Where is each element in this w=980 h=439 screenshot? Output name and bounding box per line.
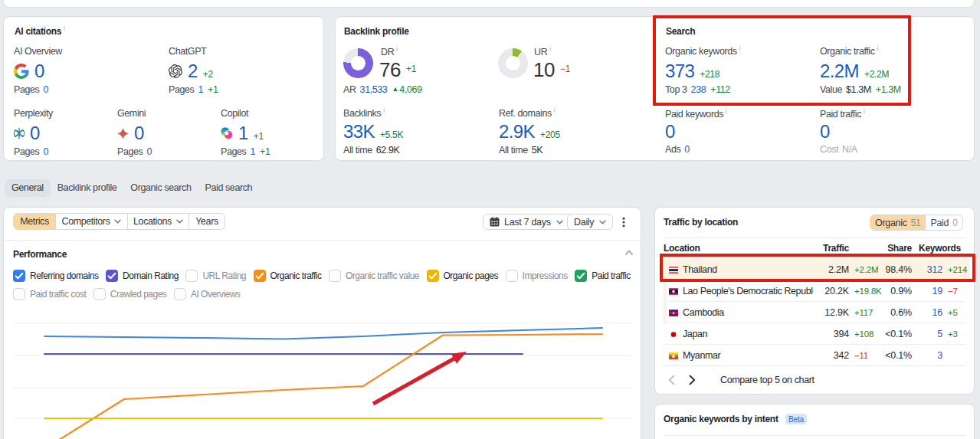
change-badge: +1 — [406, 64, 416, 82]
metric-subrow: Pages1+1 — [221, 147, 270, 157]
date-range-label: Last 7 days — [504, 217, 551, 228]
metric-subrow: Ads0 — [665, 145, 727, 155]
segment-label: Locations — [133, 216, 172, 227]
metric-checkbox-domain-rating[interactable]: Domain Rating — [106, 270, 179, 282]
performance-title: Performance — [13, 249, 67, 260]
metric-checkbox-impressions[interactable]: Impressions — [506, 270, 568, 282]
pages-label: Pages — [169, 84, 194, 95]
pages-label: Pages — [221, 146, 246, 157]
traffic-value: 394 — [834, 323, 849, 345]
location-row-laos[interactable]: Lao People's Democratic Republ20.2K+19.8… — [659, 280, 970, 302]
metric-checkbox-paid-traffic-cost[interactable]: Paid traffic cost — [13, 288, 86, 300]
tab-paid-search[interactable]: Paid search — [198, 179, 260, 197]
checked-checkbox-icon — [575, 270, 587, 282]
ur-value: 10 — [533, 58, 555, 82]
more-options-button[interactable] — [618, 216, 629, 228]
segment-metrics[interactable]: Metrics — [14, 214, 56, 229]
segment-competitors[interactable]: Competitors — [56, 214, 128, 229]
copilot-icon — [221, 127, 233, 139]
metric-subrow: Pages0 — [14, 147, 53, 157]
checked-checkbox-icon — [13, 270, 25, 282]
column-header-keywords[interactable]: Keywords — [919, 243, 961, 254]
backlinks-value[interactable]: 33K — [343, 121, 375, 143]
keywords-count[interactable]: 5 — [937, 323, 942, 345]
toggle-organic[interactable]: Organic51 — [870, 215, 925, 230]
submetric-label: All time — [499, 145, 528, 156]
pages-label: Pages — [117, 146, 143, 157]
unchecked-checkbox-icon — [329, 270, 341, 282]
traffic-by-location-title: Traffic by location — [664, 217, 738, 228]
checked-checkbox-icon — [254, 270, 266, 282]
gemini-value: 0 — [134, 123, 144, 144]
metric-checkbox-paid-traffic[interactable]: Paid traffic — [575, 270, 630, 282]
metric-checkbox-organic-traffic-value[interactable]: Organic traffic value — [329, 270, 419, 282]
ref-domains-value[interactable]: 2.9K — [499, 121, 535, 143]
unchecked-checkbox-icon — [93, 288, 106, 300]
ur-label-text: UR — [534, 47, 547, 57]
tab-organic-search[interactable]: Organic search — [123, 179, 198, 197]
metric-checkbox-label: Crawled pages — [110, 289, 167, 300]
location-name: Japan — [683, 323, 836, 345]
metric-checkbox-ai-overviews[interactable]: AI Overviews — [174, 288, 241, 300]
pages-value[interactable]: 0 — [43, 84, 48, 95]
metric-checkbox-organic-pages[interactable]: Organic pages — [427, 270, 499, 282]
next-page-button[interactable] — [689, 375, 696, 385]
chevron-right-icon — [689, 375, 696, 385]
pages-value[interactable]: 0 — [146, 146, 152, 157]
location-row-cambodia[interactable]: Cambodia12.9K+1170.6%16+5 — [659, 302, 970, 323]
metric-perplexity: Perplexity 0 Pages0 — [14, 109, 53, 157]
metric-value-row: 2 +2 — [169, 62, 218, 80]
perplexity-icon — [14, 127, 25, 139]
metric-checkbox-organic-traffic[interactable]: Organic traffic — [254, 270, 322, 282]
submetric-value[interactable]: 0 — [684, 144, 690, 155]
pages-value[interactable]: 1 — [198, 84, 203, 95]
column-header-share[interactable]: Share — [887, 243, 912, 254]
segment-years[interactable]: Years — [189, 214, 225, 229]
metric-gemini: Gemini 0 Pages0 — [117, 109, 152, 157]
metric-checkbox-label: Paid traffic — [592, 270, 630, 281]
location-row-japan[interactable]: Japan394+108<0.1%5+3 — [659, 323, 970, 345]
gemini-icon — [117, 128, 129, 139]
metric-checkbox-label: Organic traffic value — [346, 270, 419, 281]
location-row-myanmar[interactable]: Myanmar342−11<0.1%3 — [659, 345, 970, 366]
compare-top5-link[interactable]: Compare top 5 on chart — [720, 375, 814, 385]
submetric-label: Ads — [665, 144, 680, 155]
up-triangle-icon: ▲ — [392, 85, 398, 93]
column-header-traffic[interactable]: Traffic — [823, 243, 849, 254]
pages-change: +1 — [260, 146, 270, 157]
previous-page-button[interactable] — [668, 375, 675, 385]
unchecked-checkbox-icon — [185, 270, 198, 282]
tab-backlink-profile[interactable]: Backlink profile — [51, 179, 124, 197]
share-value: 0.9% — [890, 280, 912, 302]
keywords-count[interactable]: 19 — [932, 280, 942, 302]
tab-general[interactable]: General — [5, 179, 51, 197]
metric-checkbox-crawled-pages[interactable]: Crawled pages — [93, 288, 167, 300]
share-value: <0.1% — [885, 323, 912, 345]
column-header-location[interactable]: Location — [664, 243, 700, 254]
metric-value-row: 0 — [820, 123, 865, 141]
performance-line-chart[interactable] — [3, 303, 641, 439]
granularity-button[interactable]: Daily — [567, 214, 613, 230]
keywords-count[interactable]: 3 — [937, 345, 942, 366]
keywords-count[interactable]: 16 — [932, 302, 942, 323]
segment-locations[interactable]: Locations — [128, 214, 189, 229]
dr-label-text: DR — [381, 47, 394, 57]
metric-checkbox-url-rating[interactable]: URL Rating — [185, 270, 246, 282]
pages-value[interactable]: 0 — [43, 146, 48, 157]
date-range-button[interactable]: Last 7 days — [483, 214, 575, 230]
pages-value[interactable]: 1 — [250, 146, 255, 157]
collapse-section-button[interactable] — [625, 250, 633, 255]
chevron-down-icon — [599, 220, 606, 224]
metric-checkbox-referring-domains[interactable]: Referring domains — [13, 270, 99, 282]
divider — [664, 238, 965, 238]
chevron-glyph — [599, 220, 606, 224]
metric-subrow: Pages1+1 — [169, 85, 218, 95]
dr-label: DRi — [381, 47, 398, 57]
ar-value[interactable]: 31,533 — [360, 84, 388, 95]
metric-subrow: Pages0 — [14, 85, 62, 95]
metric-checkbox-label: Organic traffic — [270, 270, 322, 281]
toggle-paid[interactable]: Paid0 — [925, 215, 962, 230]
metric-subrow: CostN/A — [820, 145, 865, 155]
metric-ai-overview: AI Overview 0 Pages0 — [14, 47, 62, 95]
metric-paid-traffic: Paid traffici 0 CostN/A — [820, 110, 865, 155]
